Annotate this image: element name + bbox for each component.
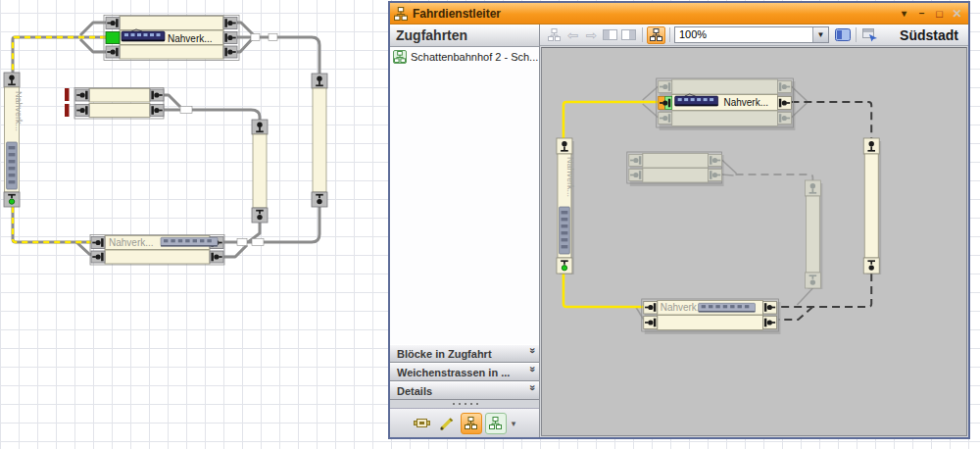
- schematic-block-group-top[interactable]: Nahverk...: [657, 78, 796, 130]
- block-vertical-left[interactable]: Nahverk...: [4, 73, 24, 207]
- block-tool-icon: [414, 418, 430, 428]
- window-arrow-icon: [862, 28, 878, 42]
- titlebar[interactable]: Fahrdienstleiter ▾ – □ ✕: [390, 3, 968, 25]
- pencil-icon: [439, 416, 455, 431]
- fahrdienstleiter-window: Fahrdienstleiter ▾ – □ ✕ Zugfahrten Scha…: [388, 1, 970, 439]
- zoom-dropdown-button[interactable]: ▼: [812, 27, 828, 42]
- block-tool-button[interactable]: [412, 413, 433, 434]
- section-details[interactable]: Details »: [390, 381, 539, 400]
- navigate-back-button[interactable]: ⇦: [564, 26, 582, 44]
- schematic-canvas[interactable]: Nahverk... Nahverk...: [541, 47, 967, 436]
- sidebar-splitter-handle[interactable]: [390, 400, 539, 409]
- screen: Nahverk... Nahverk...: [0, 0, 980, 449]
- zugfahrten-list[interactable]: Schattenbahnhof 2 - Sch...: [390, 47, 539, 344]
- train-gray-car[interactable]: [161, 237, 218, 246]
- block-group-top[interactable]: Nahverk...: [104, 16, 239, 61]
- block-label-vertical: Nahverk...: [565, 157, 575, 197]
- station-name-label: Südstadt: [900, 27, 963, 43]
- chevron-expand-icon[interactable]: »: [526, 366, 538, 378]
- panel-left-icon: [603, 29, 617, 40]
- tree-icon: [548, 28, 561, 41]
- route-dashed-dark: [778, 102, 871, 320]
- sidebar-header: Zugfahrten: [390, 25, 539, 47]
- toolbar-separator: [856, 27, 857, 42]
- section-label: Blöcke in Zugfahrt: [390, 348, 526, 360]
- train-vertical[interactable]: [560, 207, 570, 254]
- active-route: [13, 37, 106, 242]
- panel-right-icon: [621, 29, 636, 40]
- toolbar-separator: [669, 27, 670, 42]
- inactive-route-dashed: [736, 175, 813, 181]
- panel-right-button[interactable]: [619, 26, 638, 44]
- list-item-label: Schattenbahnhof 2 - Sch...: [411, 51, 538, 63]
- zugfahrten-tool-button-selected[interactable]: [461, 413, 482, 434]
- navigate-forward-button[interactable]: ⇨: [582, 26, 601, 44]
- maximize-button[interactable]: □: [932, 7, 947, 21]
- block-vertical-inner[interactable]: [252, 120, 268, 223]
- schematic-block-vertical-left[interactable]: Nahverk...: [557, 138, 575, 274]
- schematic-block-vertical-right[interactable]: [863, 138, 881, 274]
- signal-selected-entry[interactable]: [659, 97, 672, 110]
- zoom-value: 100%: [675, 27, 812, 42]
- blue-panel-icon: [835, 28, 851, 41]
- train-gray-car[interactable]: [699, 303, 756, 312]
- schematic-block-group-bottom[interactable]: Nahverk...: [642, 299, 781, 334]
- close-button[interactable]: ✕: [950, 7, 964, 21]
- zugfahrten-sidebar: Zugfahrten Schattenbahnhof 2 - Sch... Bl…: [390, 25, 540, 437]
- zugfahrten-tool-button-alt[interactable]: [485, 413, 507, 434]
- minimize-button[interactable]: –: [914, 7, 929, 21]
- section-bloecke-in-zugfahrt[interactable]: Blöcke in Zugfahrt »: [390, 344, 539, 363]
- main-toolbar: ⇦ ⇨: [540, 25, 968, 46]
- zugfahrt-icon: [393, 50, 407, 64]
- zugfahrten-tree-icon: [465, 417, 477, 429]
- tools-dropdown-caret[interactable]: ▾: [510, 419, 518, 428]
- schematic-block-group-middle[interactable]: [627, 152, 724, 186]
- signal-green-square: [106, 32, 120, 44]
- zugfahrten-tree-icon-green: [489, 417, 502, 429]
- section-label: Details: [390, 385, 526, 397]
- track-plan-editor[interactable]: Nahverk... Nahverk...: [0, 0, 388, 449]
- toolbar-separator: [642, 27, 643, 42]
- buffer-stops: [65, 88, 70, 117]
- tree-view-button-disabled[interactable]: [545, 26, 564, 44]
- panel-left-button[interactable]: [601, 26, 619, 44]
- window-title: Fahrdienstleiter: [413, 7, 894, 21]
- app-icon: [394, 7, 408, 21]
- zoom-combobox[interactable]: 100% ▼: [674, 26, 829, 43]
- block-label-vertical: Nahverk...: [14, 91, 24, 131]
- section-label: Weichenstrassen in ...: [390, 367, 526, 378]
- schematic-block-vertical-middle[interactable]: [805, 180, 822, 289]
- locate-in-editor-button[interactable]: [860, 26, 879, 44]
- chevron-expand-icon[interactable]: »: [526, 384, 538, 397]
- tree-icon: [650, 28, 662, 41]
- signal-green-lamp: [9, 199, 14, 204]
- chevron-expand-icon[interactable]: »: [526, 347, 538, 360]
- route-yellow: [564, 102, 659, 307]
- draw-tool-button[interactable]: [436, 413, 458, 434]
- window-menu-button[interactable]: ▾: [897, 7, 911, 21]
- blue-panel-button[interactable]: [833, 26, 852, 44]
- main-pane: ⇦ ⇨: [540, 25, 968, 437]
- block-group-bottom[interactable]: Nahverk...: [90, 235, 224, 266]
- block-group-stubs[interactable]: [74, 88, 164, 120]
- block-vertical-outer[interactable]: [312, 74, 327, 207]
- block-label: Nahverk...: [109, 237, 154, 248]
- block-label: Nahverk...: [168, 33, 213, 44]
- schematic-view-button-active[interactable]: [647, 26, 665, 44]
- block-label: Nahverk...: [724, 97, 768, 108]
- sidebar-footer-toolbar: ▾: [390, 409, 539, 437]
- list-item-schattenbahnhof[interactable]: Schattenbahnhof 2 - Sch...: [390, 47, 539, 67]
- train-vertical[interactable]: [7, 142, 18, 189]
- signal-green-lamp: [562, 266, 566, 271]
- zugfahrt-schematic[interactable]: Nahverk... Nahverk...: [542, 48, 966, 435]
- section-weichenstrassen[interactable]: Weichenstrassen in ... »: [390, 363, 539, 381]
